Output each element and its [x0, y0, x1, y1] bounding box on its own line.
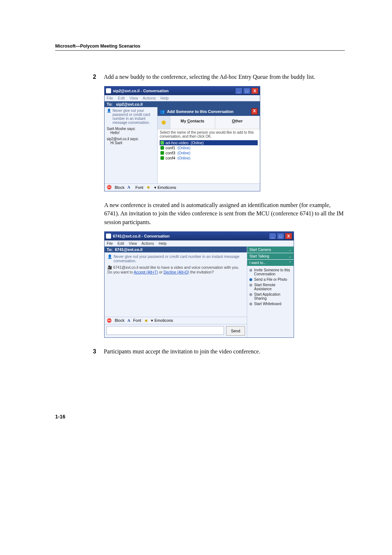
message-pane: 👤 Never give out your password or credit…: [105, 107, 158, 183]
menu-view[interactable]: View: [130, 96, 138, 100]
menu-bar[interactable]: File Edit View Actions Help: [105, 95, 260, 101]
decline-link[interactable]: Decline (Alt+D): [163, 270, 189, 274]
step-text: Add a new buddy to the conference, selec…: [104, 73, 345, 81]
camera-icon: 🎥: [107, 265, 112, 270]
font-icon: A: [127, 318, 130, 323]
to-label: To:: [107, 102, 113, 106]
warning-text: Never give out your password or credit c…: [113, 109, 155, 125]
font-button[interactable]: Font: [135, 185, 143, 190]
menu-edit[interactable]: Edit: [118, 96, 125, 100]
maximize-button[interactable]: □: [243, 88, 250, 94]
avatar-icon: 🙂: [158, 116, 170, 129]
side-start-camera[interactable]: Start Camera ⌄: [247, 247, 294, 253]
app-icon: [106, 88, 111, 93]
send-button[interactable]: Send: [226, 326, 245, 336]
close-button[interactable]: X: [285, 233, 292, 239]
msg-body: Hello!: [110, 131, 155, 135]
contact-status: (Online): [177, 156, 191, 160]
side-item-label: Start Whiteboard: [254, 302, 281, 306]
side-item-whiteboard[interactable]: Start Whiteboard: [249, 301, 292, 307]
page-number: 1-16: [55, 414, 345, 420]
chevron-up-icon: ⌃: [289, 261, 291, 265]
side-item-invite[interactable]: Invite Someone to this Conversation: [249, 267, 292, 277]
toolbar: ⛔ Block A Font ☻ ▾ Emoticons: [105, 317, 247, 324]
contact-list[interactable]: ad-hoc-video (Online) conf1 (Online) con…: [158, 139, 260, 169]
to-value: 6741@svt.co.il: [115, 247, 142, 252]
menu-actions[interactable]: Actions: [143, 96, 156, 100]
menu-bar[interactable]: File Edit View Actions Help: [105, 240, 294, 247]
tab-other[interactable]: Other: [215, 116, 260, 129]
side-item-app-sharing[interactable]: Start Application Sharing: [249, 292, 292, 301]
chat-area: To: 6741@svt.co.il 👤 Never give out your…: [105, 247, 247, 337]
titlebar[interactable]: 6741@svt.co.il - Conversation _ □ X: [105, 232, 294, 240]
block-icon: ⛔: [107, 185, 112, 190]
minimize-button[interactable]: _: [235, 88, 242, 94]
side-start-talking[interactable]: Start Talking ⌄: [247, 253, 294, 260]
menu-actions[interactable]: Actions: [142, 241, 154, 246]
titlebar[interactable]: sip2@svt.co.il - Conversation _ □ X: [105, 86, 260, 95]
screenshot-add-someone: sip2@svt.co.il - Conversation _ □ X File…: [104, 86, 345, 191]
contact-status: (Online): [177, 151, 191, 155]
menu-view[interactable]: View: [129, 241, 137, 246]
minimize-button[interactable]: _: [269, 233, 276, 239]
pane-close-button[interactable]: X: [251, 108, 258, 115]
security-warning: 👤 Never give out your password or credit…: [107, 254, 244, 263]
chevron-down-icon: ⌄: [289, 254, 291, 258]
side-item-send-file[interactable]: Send a File or Photo: [249, 277, 292, 282]
contact-status: (Online): [191, 141, 204, 145]
to-value: sip2@svt.co.il: [116, 102, 143, 106]
security-warning: 👤 Never give out your password or credit…: [107, 109, 155, 125]
font-button[interactable]: Font: [133, 318, 141, 323]
msg-from: sip2@svt.co.il says:: [107, 137, 155, 141]
menu-file[interactable]: File: [107, 241, 113, 246]
contact-item[interactable]: conf1 (Online): [160, 145, 258, 150]
step-text: Participants must accept the invitation …: [104, 347, 345, 356]
contact-name: ad-hoc-video: [166, 141, 189, 145]
add-someone-pane: 👥 Add Someone to this Conversation X 🙂 M…: [158, 107, 260, 183]
contact-item[interactable]: conf3 (Online): [160, 150, 258, 155]
emoticons-button[interactable]: ▾ Emoticons: [154, 185, 176, 190]
presence-icon: [160, 141, 164, 145]
menu-edit[interactable]: Edit: [118, 241, 124, 246]
emoticons-button[interactable]: ▾ Emoticons: [151, 318, 173, 323]
toolbar: ⛔ Block A Font ☻ ▾ Emoticons: [105, 183, 260, 191]
add-someone-header: 👥 Add Someone to this Conversation X: [158, 107, 260, 116]
app-icon: [106, 234, 111, 239]
document-page: Microsoft—Polycom Meeting Scenarios 2 Ad…: [0, 0, 392, 449]
maximize-button[interactable]: □: [277, 233, 284, 239]
side-i-want-to[interactable]: I want to... ⌃: [247, 260, 294, 266]
presence-icon: [160, 156, 164, 160]
close-button[interactable]: X: [251, 88, 258, 94]
to-bar: To: 6741@svt.co.il: [105, 247, 247, 252]
side-item-remote-assist[interactable]: Start Remote Assistance: [249, 282, 292, 292]
accept-link[interactable]: Accept (Alt+T): [134, 270, 158, 274]
message-2: sip2@svt.co.il says: Hi Sarit: [107, 137, 155, 145]
block-button[interactable]: Block: [115, 185, 124, 190]
window-title: 6741@svt.co.il - Conversation: [113, 234, 170, 238]
invitation-message: 🎥 6741@svt.co.il would like to have a vi…: [107, 265, 244, 274]
contact-name: conf4: [166, 156, 175, 160]
side-item-label: Invite Someone to this Conversation: [254, 268, 292, 276]
bullet-icon: [249, 303, 252, 305]
menu-help[interactable]: Help: [160, 96, 169, 100]
step-number: 3: [93, 347, 104, 356]
bullet-icon: [249, 278, 252, 281]
menu-help[interactable]: Help: [159, 241, 167, 246]
menu-file[interactable]: File: [107, 96, 113, 100]
side-item-label: Start Remote Assistance: [254, 283, 292, 291]
block-button[interactable]: Block: [115, 318, 124, 323]
contact-item-adhoc[interactable]: ad-hoc-video (Online): [160, 140, 258, 145]
people-icon: 👥: [160, 109, 165, 114]
message-input[interactable]: [106, 326, 224, 335]
header-rule: [55, 50, 345, 51]
to-label: To:: [107, 247, 113, 252]
main-row: To: 6741@svt.co.il 👤 Never give out your…: [105, 247, 294, 337]
contact-name: conf1: [166, 146, 175, 150]
window-title: sip2@svt.co.il - Conversation: [113, 89, 169, 93]
tab-my-contacts[interactable]: My Contacts: [170, 116, 215, 129]
contact-name: conf3: [166, 151, 175, 155]
contact-item[interactable]: conf4 (Online): [160, 155, 258, 161]
msg-from: Sarit Moshe says:: [107, 127, 155, 131]
add-someone-title: Add Someone to this Conversation: [167, 109, 233, 114]
warning-text: Never give out your password or credit c…: [114, 254, 244, 263]
